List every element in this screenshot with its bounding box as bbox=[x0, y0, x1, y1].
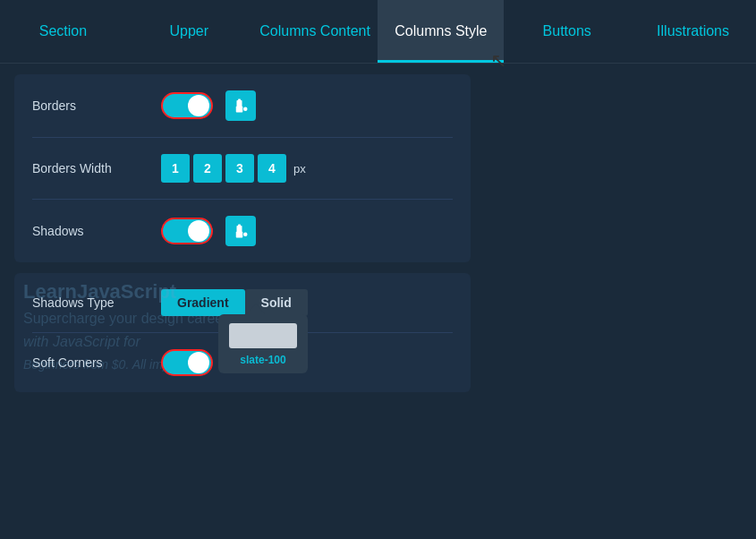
top-nav: Section Upper Columns Content Columns St… bbox=[0, 0, 756, 64]
soft-corners-toggle[interactable] bbox=[161, 349, 213, 376]
panel-borders-shadows: Borders Borders Width 1 2 3 4 px bbox=[14, 74, 471, 262]
px-label: px bbox=[293, 162, 306, 175]
paint-bucket-icon-2 bbox=[233, 223, 249, 239]
width-btn-1[interactable]: 1 bbox=[161, 154, 190, 183]
borders-label: Borders bbox=[32, 98, 149, 113]
width-btn-2[interactable]: 2 bbox=[193, 154, 222, 183]
borders-toggle[interactable] bbox=[161, 92, 213, 119]
nav-item-upper[interactable]: Upper bbox=[126, 0, 252, 63]
borders-width-row: Borders Width 1 2 3 4 px bbox=[32, 138, 453, 200]
nav-label-illustrations: Illustrations bbox=[657, 23, 729, 39]
borders-toggle-knob bbox=[188, 95, 209, 116]
width-btn-3[interactable]: 3 bbox=[225, 154, 254, 183]
tooltip-box: slate-100 bbox=[218, 314, 308, 373]
shadows-type-label: Shadows Type bbox=[32, 295, 149, 310]
main-content: Borders Borders Width 1 2 3 4 px bbox=[0, 64, 756, 403]
nav-item-illustrations[interactable]: Illustrations bbox=[630, 0, 756, 63]
nav-item-columns-style[interactable]: Columns Style bbox=[378, 0, 504, 63]
tooltip-label: slate-100 bbox=[240, 354, 285, 366]
tooltip-color-preview[interactable] bbox=[229, 323, 297, 348]
width-buttons-group: 1 2 3 4 px bbox=[161, 154, 306, 183]
svg-point-7 bbox=[243, 233, 248, 237]
shadows-toggle[interactable] bbox=[161, 218, 213, 244]
svg-point-3 bbox=[243, 107, 248, 112]
tooltip-popup: slate-100 bbox=[218, 304, 308, 373]
tooltip-arrow bbox=[247, 304, 265, 314]
borders-width-label: Borders Width bbox=[32, 161, 149, 175]
soft-corners-toggle-knob bbox=[188, 352, 209, 373]
borders-color-btn[interactable] bbox=[225, 90, 256, 121]
shadows-label: Shadows bbox=[32, 224, 149, 238]
nav-label-section: Section bbox=[39, 23, 87, 39]
nav-item-buttons[interactable]: Buttons bbox=[504, 0, 630, 63]
borders-row: Borders bbox=[32, 74, 453, 138]
svg-rect-4 bbox=[236, 232, 243, 238]
soft-corners-label: Soft Corners bbox=[32, 355, 149, 370]
nav-item-columns-content[interactable]: Columns Content bbox=[252, 0, 378, 63]
paint-bucket-icon bbox=[233, 98, 249, 114]
shadows-toggle-knob bbox=[188, 220, 209, 242]
width-btn-4[interactable]: 4 bbox=[258, 154, 286, 183]
shadows-color-btn[interactable] bbox=[225, 216, 256, 246]
tooltip-value: 100 bbox=[268, 354, 286, 366]
tooltip-prefix: slate- bbox=[240, 354, 268, 366]
nav-label-columns-content: Columns Content bbox=[259, 23, 370, 39]
nav-label-upper: Upper bbox=[169, 23, 208, 39]
svg-rect-6 bbox=[238, 225, 241, 227]
nav-item-section[interactable]: Section bbox=[0, 0, 126, 63]
nav-label-columns-style: Columns Style bbox=[395, 23, 487, 39]
svg-rect-2 bbox=[238, 99, 241, 102]
nav-label-buttons: Buttons bbox=[543, 23, 591, 39]
shadows-row: Shadows bbox=[32, 200, 453, 262]
svg-rect-0 bbox=[236, 107, 243, 113]
